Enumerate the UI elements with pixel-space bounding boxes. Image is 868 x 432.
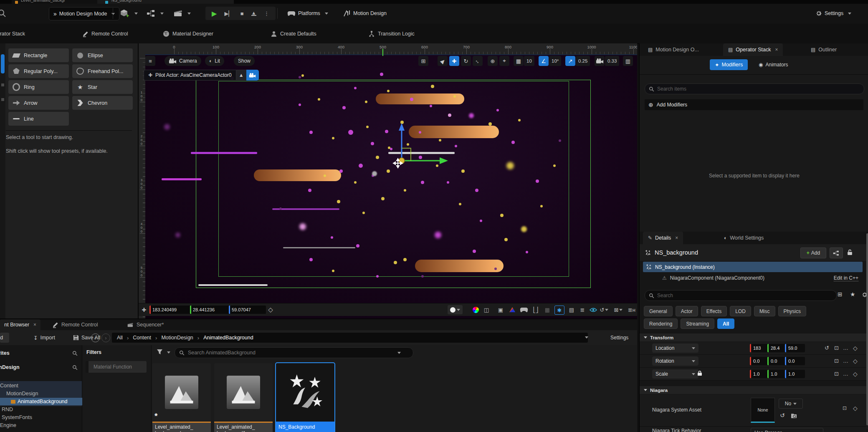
tab-motion-design-o-[interactable]: ▤Motion Design O... [643, 43, 704, 56]
keyframe-track-icon[interactable]: ⊡ [843, 405, 847, 411]
close-icon[interactable]: × [33, 322, 36, 328]
rotation-snap-value[interactable]: 10° [549, 56, 561, 66]
chip-all[interactable]: All [717, 318, 734, 329]
breadcrumb-item[interactable]: MotionDesign [161, 335, 193, 341]
details-search-input[interactable]: Search [645, 290, 837, 301]
filter-caret[interactable] [167, 351, 170, 354]
stop-piloting-button[interactable]: ▲ [236, 70, 246, 81]
add-component-button[interactable]: + Add [800, 248, 826, 258]
chip-general[interactable]: General [644, 306, 673, 316]
select-tool-icon[interactable]: ▶ [438, 56, 448, 66]
window-tab-level[interactable]: Level_animated_backgr [12, 0, 97, 4]
tab-world-settings[interactable]: ◐World Settings [719, 232, 769, 244]
blueprints-button[interactable] [145, 7, 165, 20]
pilot-camera-toggle[interactable] [246, 70, 259, 81]
content-browser-settings-button[interactable]: Settings [610, 335, 628, 341]
location-dropdown[interactable]: Location [652, 344, 698, 353]
keyframe-diamond-icon[interactable]: ◇ [266, 306, 275, 314]
favorites-star-icon[interactable]: ★ [850, 291, 855, 298]
chip-misc[interactable]: Misc [754, 306, 775, 316]
rotation-dropdown[interactable]: Rotation [652, 356, 698, 366]
ribbon-item-create-defaults[interactable]: Create Defaults [271, 29, 316, 39]
search-icon[interactable] [72, 365, 78, 370]
grid-options-icon[interactable]: ⊠ [614, 306, 623, 314]
scale-y-field[interactable]: 1.0 [767, 370, 787, 378]
tool-arrow-button[interactable]: Arrow [8, 96, 69, 110]
grid-snap-value[interactable]: 10 [524, 56, 534, 66]
capture-region-icon[interactable]: ⎣⎦ [531, 306, 540, 314]
scale-snap-value[interactable]: 0.25 [576, 56, 590, 66]
reset-to-default-icon[interactable]: ↺ [825, 345, 829, 351]
rotation-y-field[interactable]: 0.0 [767, 357, 787, 365]
add-actor-button[interactable]: + [118, 7, 139, 20]
component-row[interactable]: ⚠︎ NiagaraComponent (NiagaraComponent0) … [643, 273, 863, 283]
stop-button[interactable]: ■ [240, 10, 244, 17]
tab-remote-control[interactable]: Remote Control [48, 319, 102, 330]
grid-snap-icon[interactable]: ▦ [514, 56, 524, 66]
keyframe-diamond-icon[interactable]: ◇ [853, 405, 858, 412]
tree-item-content[interactable]: Content [0, 382, 82, 389]
instance-row[interactable]: NS_background (Instance) [643, 262, 863, 272]
use-selected-asset-icon[interactable]: ↺ [780, 412, 785, 419]
niagara-asset-thumbnail[interactable]: None [751, 398, 775, 423]
viewport-menu-icon[interactable]: ≡ [145, 56, 155, 66]
location-y-field[interactable]: 28.441236 [190, 306, 230, 314]
platforms-dropdown[interactable]: Platforms [283, 7, 332, 20]
viewport-scene[interactable] [139, 43, 637, 318]
chip-effects[interactable]: Effects [701, 306, 727, 316]
tool-polygon-button[interactable]: Regular Poly... [8, 64, 69, 78]
chip-rendering[interactable]: Rendering [644, 318, 678, 329]
edit-in-cpp-link[interactable]: Edit in C++ [834, 275, 858, 281]
color-wheel-icon[interactable] [471, 306, 480, 314]
scale-z-field[interactable]: 1.0 [785, 370, 805, 378]
tool-chevron-button[interactable]: Chevron [72, 96, 133, 110]
screen-percentage-button[interactable] [448, 305, 463, 314]
tool-category-tab[interactable] [1, 83, 4, 86]
tree-item-engine[interactable]: Engine [0, 422, 82, 429]
surface-snap-icon[interactable]: ⌖ [499, 56, 509, 66]
chip-lod[interactable]: LOD [730, 306, 751, 316]
eject-button[interactable]: ▲ [251, 11, 256, 16]
niagara-section-header[interactable]: Niagara [640, 386, 868, 394]
tool-ring-button[interactable]: Ring [8, 80, 69, 94]
tab-operator-stack[interactable]: ▤Operator Stack× [723, 43, 783, 56]
add-content-button[interactable]: Add [0, 333, 9, 343]
chip-actor[interactable]: Actor [676, 306, 698, 316]
rotate-tool-icon[interactable]: ↻ [461, 56, 471, 66]
viewport-layout-icon[interactable]: ▥ [623, 56, 633, 66]
details-panel-icon[interactable]: ▤ [567, 306, 576, 314]
tool-rectangle-button[interactable]: Rectangle [8, 48, 69, 62]
keyframe-diamond-icon[interactable]: ◇ [853, 358, 858, 364]
tree-item-systemfonts[interactable]: SystemFonts [0, 414, 84, 421]
keyframe-track-icon[interactable]: ⊡ [834, 371, 839, 377]
viewport-size-icon[interactable]: ⊞ [418, 56, 428, 66]
more-options-icon[interactable]: … [843, 345, 848, 351]
niagara-sparkle-icon[interactable]: ✱ [554, 306, 564, 315]
material-function-filter-chip[interactable]: Material Function [86, 361, 147, 373]
scale-tool-icon[interactable]: ↔ [473, 56, 483, 66]
breadcrumb-item[interactable]: Content [133, 335, 151, 341]
game-view-gamepad-icon[interactable] [519, 306, 529, 314]
ribbon-item-material-designer[interactable]: Material Designer [163, 29, 213, 39]
animators-tab-button[interactable]: ◉ Animators [759, 59, 788, 70]
forward-button[interactable]: › [101, 333, 110, 342]
show-flags-dropdown[interactable]: Show [234, 56, 255, 66]
location-z-field[interactable]: 59.07047 [229, 306, 266, 314]
breadcrumb-item[interactable]: AnimatedBackground [203, 335, 253, 341]
settings-dropdown[interactable]: Settings [811, 7, 855, 20]
editor-search-icon[interactable] [0, 9, 7, 18]
lock-icon[interactable] [697, 370, 702, 376]
rotation-snap-icon[interactable]: ∠ [539, 56, 549, 66]
motion-design-button[interactable]: Motion Design [339, 7, 391, 20]
visibility-eye-icon[interactable] [589, 306, 598, 314]
tree-item-motiondesign[interactable]: MotionDesign [0, 390, 88, 397]
asset-search-input[interactable]: Search AnimatedBackground [175, 347, 413, 358]
transform-section-header[interactable]: Transform [640, 333, 868, 341]
camera-speed-icon[interactable] [595, 56, 605, 66]
sources-header[interactable]: MotionDesign [0, 362, 82, 373]
world-coordinate-icon[interactable]: ⊕ [488, 56, 498, 66]
display-manager-icon[interactable]: ⊞ [838, 291, 843, 298]
modifiers-tab-button[interactable]: ✦ Modifiers [710, 59, 748, 70]
unlock-icon[interactable] [847, 249, 853, 255]
tool-star-button[interactable]: ★Star [72, 80, 133, 94]
